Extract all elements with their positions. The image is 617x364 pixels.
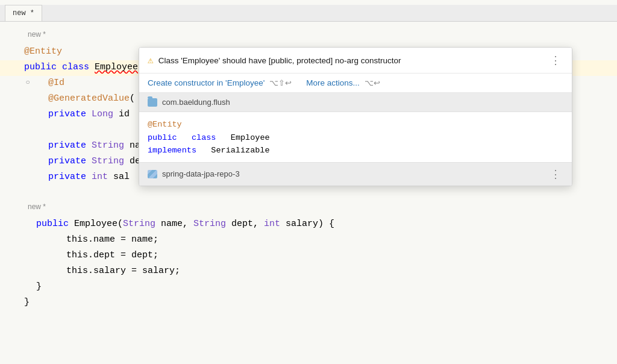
project-name: spring-data-jpa-repo-3 <box>162 169 543 178</box>
code-line: new * <box>0 29 617 45</box>
package-name: com.baeldung.flush <box>162 98 230 107</box>
code-line: new * <box>0 201 617 217</box>
editor-background: new * new * @Entity public class Employe… <box>0 0 617 364</box>
code-line: this.salary = salary; <box>0 264 617 280</box>
code-line-empty2 <box>0 186 617 201</box>
type-int2: int <box>264 217 280 232</box>
type-long: Long <box>92 107 113 122</box>
type-string4: String <box>193 217 226 232</box>
preview-line3: implements Serializable <box>148 144 563 157</box>
preview-serializable: Serializable <box>211 146 269 155</box>
code-preview: @Entity public class Employee implements… <box>139 112 572 163</box>
more-actions-link[interactable]: More actions... <box>306 78 360 87</box>
code-line: } <box>0 280 617 295</box>
tab-bar: new * <box>0 5 617 22</box>
more-options-icon[interactable]: ⋮ <box>548 54 563 67</box>
preview-public: public <box>148 133 177 142</box>
annotation-entity: @Entity <box>24 45 62 60</box>
keyword-private: private <box>48 107 86 122</box>
type-string2: String <box>92 154 124 169</box>
preview-classname: Employee <box>231 133 270 142</box>
new-marker-2: new * <box>24 201 46 213</box>
inspection-popup: ⚠ Class 'Employee' should have [public, … <box>139 47 572 186</box>
type-string: String <box>92 139 124 154</box>
keyword-class: class <box>62 60 89 75</box>
code-line: this.dept = dept; <box>0 248 617 264</box>
tab-label: new * <box>13 9 34 17</box>
keyword-public2: public <box>36 217 69 232</box>
new-marker: new * <box>24 29 46 41</box>
keyword-private2: private <box>48 139 86 154</box>
preview-class: class <box>192 133 216 142</box>
bottom-project-row: spring-data-jpa-repo-3 ⋮ <box>139 163 572 186</box>
code-line: } <box>0 295 617 311</box>
gutter-dot: ○ <box>22 77 34 89</box>
action-row: Create constructor in 'Employee' ⌥⇧↩ Mor… <box>139 74 572 93</box>
source-package-row: com.baeldung.flush <box>139 93 572 112</box>
folder-icon <box>148 98 157 107</box>
keyword-private4: private <box>48 170 86 185</box>
preview-annotation: @Entity <box>148 120 182 129</box>
action1-shortcut: ⌥⇧↩ <box>269 78 292 87</box>
code-line: this.name = name; <box>0 233 617 248</box>
preview-implements: implements <box>148 146 196 155</box>
warning-row: ⚠ Class 'Employee' should have [public, … <box>139 48 572 74</box>
class-name: Employee <box>95 60 138 75</box>
preview-line2: public class Employee <box>148 131 563 145</box>
editor-tab[interactable]: new * <box>5 5 42 21</box>
keyword-private3: private <box>48 154 86 169</box>
project-folder-icon <box>148 170 157 178</box>
type-int: int <box>92 170 108 185</box>
annotation-id: @Id <box>48 76 64 91</box>
warning-message: Class 'Employee' should have [public, pr… <box>158 56 543 65</box>
code-line: public Employee( String name, String dep… <box>0 217 617 233</box>
bottom-more-options-icon[interactable]: ⋮ <box>548 168 563 181</box>
create-constructor-link[interactable]: Create constructor in 'Employee' <box>148 78 265 87</box>
annotation-generatedvalue: @GeneratedValue <box>48 92 130 107</box>
type-string3: String <box>123 217 155 232</box>
preview-line1: @Entity <box>148 118 563 131</box>
keyword-public: public <box>24 60 57 75</box>
warning-icon: ⚠ <box>148 54 154 66</box>
action2-shortcut: ⌥↩ <box>365 78 380 87</box>
